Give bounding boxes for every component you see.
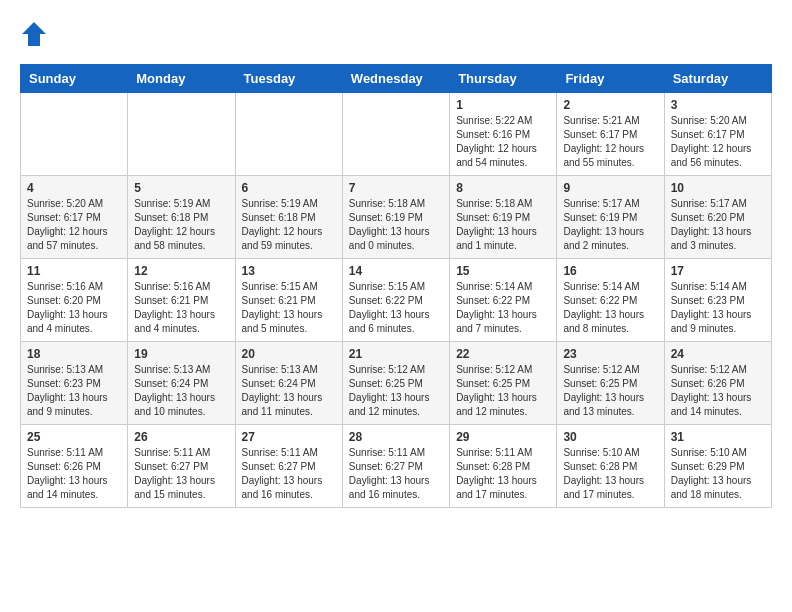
logo [20,20,52,48]
day-info: Sunrise: 5:11 AM Sunset: 6:27 PM Dayligh… [242,446,336,502]
day-number: 10 [671,181,765,195]
day-number: 29 [456,430,550,444]
day-info: Sunrise: 5:15 AM Sunset: 6:21 PM Dayligh… [242,280,336,336]
calendar-day-cell: 30Sunrise: 5:10 AM Sunset: 6:28 PM Dayli… [557,425,664,508]
day-info: Sunrise: 5:14 AM Sunset: 6:23 PM Dayligh… [671,280,765,336]
day-info: Sunrise: 5:20 AM Sunset: 6:17 PM Dayligh… [27,197,121,253]
calendar-day-cell: 2Sunrise: 5:21 AM Sunset: 6:17 PM Daylig… [557,93,664,176]
day-number: 22 [456,347,550,361]
day-number: 17 [671,264,765,278]
day-info: Sunrise: 5:18 AM Sunset: 6:19 PM Dayligh… [456,197,550,253]
day-info: Sunrise: 5:11 AM Sunset: 6:27 PM Dayligh… [349,446,443,502]
calendar-day-cell: 28Sunrise: 5:11 AM Sunset: 6:27 PM Dayli… [342,425,449,508]
calendar-week-row: 11Sunrise: 5:16 AM Sunset: 6:20 PM Dayli… [21,259,772,342]
calendar-day-cell: 20Sunrise: 5:13 AM Sunset: 6:24 PM Dayli… [235,342,342,425]
day-info: Sunrise: 5:11 AM Sunset: 6:27 PM Dayligh… [134,446,228,502]
day-number: 19 [134,347,228,361]
day-number: 4 [27,181,121,195]
day-number: 21 [349,347,443,361]
calendar-header-row: SundayMondayTuesdayWednesdayThursdayFrid… [21,65,772,93]
calendar-day-cell: 3Sunrise: 5:20 AM Sunset: 6:17 PM Daylig… [664,93,771,176]
day-number: 30 [563,430,657,444]
calendar-day-cell: 1Sunrise: 5:22 AM Sunset: 6:16 PM Daylig… [450,93,557,176]
calendar-day-cell: 5Sunrise: 5:19 AM Sunset: 6:18 PM Daylig… [128,176,235,259]
day-info: Sunrise: 5:14 AM Sunset: 6:22 PM Dayligh… [563,280,657,336]
calendar-day-cell: 9Sunrise: 5:17 AM Sunset: 6:19 PM Daylig… [557,176,664,259]
day-info: Sunrise: 5:19 AM Sunset: 6:18 PM Dayligh… [242,197,336,253]
weekday-header: Sunday [21,65,128,93]
day-info: Sunrise: 5:21 AM Sunset: 6:17 PM Dayligh… [563,114,657,170]
day-number: 11 [27,264,121,278]
day-info: Sunrise: 5:11 AM Sunset: 6:28 PM Dayligh… [456,446,550,502]
day-number: 5 [134,181,228,195]
calendar-day-cell: 19Sunrise: 5:13 AM Sunset: 6:24 PM Dayli… [128,342,235,425]
day-info: Sunrise: 5:17 AM Sunset: 6:19 PM Dayligh… [563,197,657,253]
calendar-day-cell: 23Sunrise: 5:12 AM Sunset: 6:25 PM Dayli… [557,342,664,425]
day-number: 20 [242,347,336,361]
calendar-day-cell: 12Sunrise: 5:16 AM Sunset: 6:21 PM Dayli… [128,259,235,342]
calendar-day-cell: 8Sunrise: 5:18 AM Sunset: 6:19 PM Daylig… [450,176,557,259]
calendar-day-cell: 21Sunrise: 5:12 AM Sunset: 6:25 PM Dayli… [342,342,449,425]
day-info: Sunrise: 5:12 AM Sunset: 6:25 PM Dayligh… [563,363,657,419]
day-info: Sunrise: 5:10 AM Sunset: 6:29 PM Dayligh… [671,446,765,502]
day-number: 1 [456,98,550,112]
day-number: 24 [671,347,765,361]
day-info: Sunrise: 5:13 AM Sunset: 6:24 PM Dayligh… [242,363,336,419]
day-info: Sunrise: 5:20 AM Sunset: 6:17 PM Dayligh… [671,114,765,170]
day-number: 2 [563,98,657,112]
svg-marker-0 [22,22,46,46]
day-info: Sunrise: 5:11 AM Sunset: 6:26 PM Dayligh… [27,446,121,502]
calendar-day-cell: 29Sunrise: 5:11 AM Sunset: 6:28 PM Dayli… [450,425,557,508]
weekday-header: Monday [128,65,235,93]
calendar-week-row: 4Sunrise: 5:20 AM Sunset: 6:17 PM Daylig… [21,176,772,259]
weekday-header: Thursday [450,65,557,93]
weekday-header: Saturday [664,65,771,93]
day-number: 23 [563,347,657,361]
day-number: 8 [456,181,550,195]
day-number: 9 [563,181,657,195]
calendar-day-cell: 25Sunrise: 5:11 AM Sunset: 6:26 PM Dayli… [21,425,128,508]
calendar-day-cell [21,93,128,176]
calendar-day-cell: 11Sunrise: 5:16 AM Sunset: 6:20 PM Dayli… [21,259,128,342]
calendar-day-cell: 13Sunrise: 5:15 AM Sunset: 6:21 PM Dayli… [235,259,342,342]
day-number: 15 [456,264,550,278]
calendar-table: SundayMondayTuesdayWednesdayThursdayFrid… [20,64,772,508]
calendar-day-cell: 17Sunrise: 5:14 AM Sunset: 6:23 PM Dayli… [664,259,771,342]
logo-icon [20,20,48,48]
day-number: 3 [671,98,765,112]
calendar-week-row: 25Sunrise: 5:11 AM Sunset: 6:26 PM Dayli… [21,425,772,508]
day-info: Sunrise: 5:15 AM Sunset: 6:22 PM Dayligh… [349,280,443,336]
calendar-day-cell: 24Sunrise: 5:12 AM Sunset: 6:26 PM Dayli… [664,342,771,425]
day-number: 14 [349,264,443,278]
day-number: 26 [134,430,228,444]
calendar-day-cell: 4Sunrise: 5:20 AM Sunset: 6:17 PM Daylig… [21,176,128,259]
calendar-day-cell: 26Sunrise: 5:11 AM Sunset: 6:27 PM Dayli… [128,425,235,508]
day-info: Sunrise: 5:22 AM Sunset: 6:16 PM Dayligh… [456,114,550,170]
day-number: 25 [27,430,121,444]
day-number: 28 [349,430,443,444]
day-info: Sunrise: 5:16 AM Sunset: 6:20 PM Dayligh… [27,280,121,336]
day-number: 31 [671,430,765,444]
weekday-header: Wednesday [342,65,449,93]
calendar-day-cell: 16Sunrise: 5:14 AM Sunset: 6:22 PM Dayli… [557,259,664,342]
page-header [20,20,772,48]
day-number: 13 [242,264,336,278]
day-number: 27 [242,430,336,444]
calendar-day-cell: 22Sunrise: 5:12 AM Sunset: 6:25 PM Dayli… [450,342,557,425]
calendar-day-cell [342,93,449,176]
calendar-day-cell: 18Sunrise: 5:13 AM Sunset: 6:23 PM Dayli… [21,342,128,425]
day-number: 6 [242,181,336,195]
calendar-day-cell: 6Sunrise: 5:19 AM Sunset: 6:18 PM Daylig… [235,176,342,259]
weekday-header: Tuesday [235,65,342,93]
day-info: Sunrise: 5:18 AM Sunset: 6:19 PM Dayligh… [349,197,443,253]
weekday-header: Friday [557,65,664,93]
day-info: Sunrise: 5:16 AM Sunset: 6:21 PM Dayligh… [134,280,228,336]
calendar-day-cell: 31Sunrise: 5:10 AM Sunset: 6:29 PM Dayli… [664,425,771,508]
calendar-day-cell: 27Sunrise: 5:11 AM Sunset: 6:27 PM Dayli… [235,425,342,508]
day-info: Sunrise: 5:12 AM Sunset: 6:25 PM Dayligh… [349,363,443,419]
day-info: Sunrise: 5:17 AM Sunset: 6:20 PM Dayligh… [671,197,765,253]
day-info: Sunrise: 5:19 AM Sunset: 6:18 PM Dayligh… [134,197,228,253]
day-info: Sunrise: 5:13 AM Sunset: 6:24 PM Dayligh… [134,363,228,419]
day-number: 18 [27,347,121,361]
day-info: Sunrise: 5:14 AM Sunset: 6:22 PM Dayligh… [456,280,550,336]
